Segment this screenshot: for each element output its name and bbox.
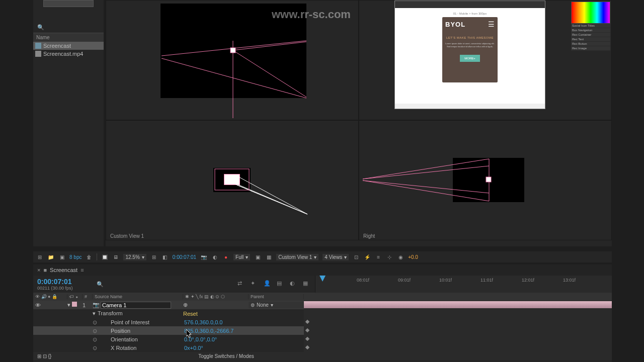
channel-icon[interactable]: ◐: [211, 253, 218, 260]
keyframe-icon[interactable]: [305, 337, 309, 341]
transform-group[interactable]: ▾Transform Reset: [33, 309, 612, 318]
toggle-switches-button[interactable]: Toggle Switches / Modes: [198, 353, 254, 359]
keyframe-icon[interactable]: [305, 345, 309, 349]
ruler-tick: 13:01f: [563, 278, 576, 283]
flowchart-icon[interactable]: ⊞: [36, 253, 43, 260]
property-value[interactable]: 576.0,360.0,0.0: [184, 319, 222, 325]
mockup-slogan: LET'S MAKE THIS AWESOME: [445, 36, 495, 39]
ruler-tick: 11:01f: [480, 278, 493, 283]
resolution-dropdown[interactable]: Full ▾: [233, 254, 250, 260]
layer-row-camera[interactable]: 👁 ▾ 1 📷 ⊕ ⊚ None ▾: [33, 301, 612, 309]
grid-icon[interactable]: ⊞: [150, 253, 157, 260]
comp-icon[interactable]: ▣: [58, 253, 65, 260]
composition-viewports: 01 - Mobile > from 300px BYOL ☰ LET'S MA…: [106, 0, 612, 246]
camera-object: [224, 174, 240, 185]
stopwatch-icon[interactable]: ⊙: [93, 345, 99, 351]
parent-dropdown[interactable]: ⊚ None ▾: [249, 302, 304, 308]
toggle-switch-icon[interactable]: ⊞ ⊡ {}: [37, 353, 51, 359]
layer-track[interactable]: [304, 301, 612, 309]
playhead-icon[interactable]: [319, 276, 326, 282]
stopwatch-icon[interactable]: ⊙: [93, 319, 99, 325]
project-search-input[interactable]: [46, 25, 97, 31]
viewport-right[interactable]: Right: [359, 120, 612, 240]
keyframe-icon[interactable]: [305, 320, 309, 324]
comp-mini-flowchart-icon[interactable]: ⇄: [237, 280, 246, 288]
close-tab-icon[interactable]: ×: [37, 267, 40, 273]
tab-menu-icon[interactable]: ≡: [80, 267, 84, 273]
flowchart2-icon[interactable]: ⊹: [386, 253, 393, 260]
exposure-value[interactable]: +0.0: [408, 254, 418, 260]
timeline-panel: × ■ Screencast ≡ 0:00:07:01 00211 (30.00…: [33, 264, 612, 362]
roi-icon[interactable]: ▣: [254, 253, 261, 260]
property-value[interactable]: 0x+0.0°: [184, 345, 203, 351]
viewport-label: Right: [363, 233, 375, 239]
viewport-front[interactable]: 01 - Mobile > from 300px BYOL ☰ LET'S MA…: [359, 0, 612, 120]
snapshot-icon[interactable]: 📷: [200, 253, 207, 260]
timeline-tab[interactable]: Screencast: [50, 267, 77, 273]
layer-row[interactable]: Rec Button: [571, 42, 610, 46]
layer-row[interactable]: Rec Image: [571, 46, 610, 51]
search-icon: 🔍: [97, 281, 104, 288]
color-icon[interactable]: ●: [222, 253, 229, 260]
project-item-label: Screencast.mp4: [43, 51, 83, 57]
property-row-position[interactable]: ⊙Position 825.0,360.0,-2666.7: [33, 326, 612, 335]
timeline-search-input[interactable]: [104, 281, 204, 288]
property-row[interactable]: ⊙X Rotation 0x+0.0°: [33, 343, 612, 352]
graph-editor-icon[interactable]: ▦: [303, 280, 311, 288]
stopwatch-icon[interactable]: ⊙: [93, 328, 99, 334]
layer-row[interactable]: Social Icon Titles: [571, 24, 610, 28]
views-count-dropdown[interactable]: 4 Views ▾: [323, 254, 349, 260]
fast-preview-icon[interactable]: ⚡: [364, 253, 371, 260]
footage-icon: [35, 51, 41, 57]
mockup-card: BYOL ☰ LET'S MAKE THIS AWESOME Lorem ips…: [442, 17, 498, 82]
ruler-tick: 12:01f: [522, 278, 534, 283]
comp-tab-icon: ■: [43, 267, 47, 273]
ruler-tick: 09:01f: [398, 278, 411, 283]
composition-footer: ⊞ 📁 ▣ 8 bpc 🗑 🔲 🖥 12.5% ▾ ⊞ ◧ 0:00:07:01…: [33, 251, 612, 262]
property-row[interactable]: ⊙Point of Interest 576.0,360.0,0.0: [33, 318, 612, 326]
search-icon: 🔍: [37, 24, 44, 31]
keyframe-icon[interactable]: [305, 328, 309, 332]
motion-blur-icon[interactable]: ◐: [290, 280, 298, 288]
draft3d-icon[interactable]: ✦: [251, 280, 259, 288]
camera-layer-icon: 📷: [93, 302, 100, 308]
project-item-footage[interactable]: Screencast.mp4: [33, 50, 104, 58]
trash-icon[interactable]: 🗑: [86, 253, 93, 260]
layer-name-input[interactable]: [101, 302, 171, 309]
timeline-icon[interactable]: ≡: [375, 253, 382, 260]
reset-button[interactable]: Reset: [183, 311, 198, 317]
monitor-icon[interactable]: 🖥: [112, 253, 119, 260]
ruler-tick: 08:01f: [357, 278, 369, 283]
transparency-icon[interactable]: ▦: [265, 253, 272, 260]
folder-icon[interactable]: 📁: [47, 253, 54, 260]
timeline-timecode[interactable]: 0:00:07:01 00211 (30.00 fps): [33, 276, 94, 293]
mockup-brand: BYOL: [445, 21, 465, 28]
pixel-aspect-icon[interactable]: ⊡: [353, 253, 360, 260]
bpc-button[interactable]: 8 bpc: [69, 254, 82, 260]
exposure-reset-icon[interactable]: ◉: [397, 253, 404, 260]
project-thumbnail: [43, 0, 94, 7]
mask-icon[interactable]: ◧: [162, 253, 169, 260]
ruler-tick: 10:01f: [439, 278, 452, 283]
frame-blend-icon[interactable]: ▤: [277, 280, 285, 288]
property-row[interactable]: ⊙Orientation 0.0°,0.0°,0.0°: [33, 335, 612, 343]
magnify-icon[interactable]: 🔲: [101, 253, 108, 260]
shy-icon[interactable]: 👤: [264, 280, 272, 288]
cursor-icon: [186, 329, 192, 338]
layer-row[interactable]: Rec Container: [571, 33, 610, 37]
zoom-dropdown[interactable]: 12.5% ▾: [123, 254, 146, 260]
layer-row[interactable]: Rec Text: [571, 37, 610, 42]
layer-row[interactable]: Box Navigation: [571, 28, 610, 33]
mockup-button: MORE+: [460, 55, 480, 62]
viewport-label: Custom View 1: [110, 233, 144, 239]
mockup-header: 01 - Mobile > from 300px: [398, 12, 542, 15]
timeline-ruler[interactable]: 08:01f 09:01f 10:01f 11:01f 12:01f 13:01…: [315, 276, 612, 293]
project-column-name[interactable]: Name: [33, 33, 104, 42]
project-panel: 🔍 Name Screencast Screencast.mp4: [33, 0, 104, 246]
color-swatch-grid[interactable]: [571, 2, 610, 24]
viewport-custom[interactable]: Custom View 1: [106, 120, 359, 240]
view-dropdown[interactable]: Custom View 1 ▾: [276, 254, 318, 260]
timecode-display[interactable]: 0:00:07:01: [173, 254, 196, 260]
stopwatch-icon[interactable]: ⊙: [93, 336, 99, 342]
project-item-comp[interactable]: Screencast: [33, 42, 104, 50]
